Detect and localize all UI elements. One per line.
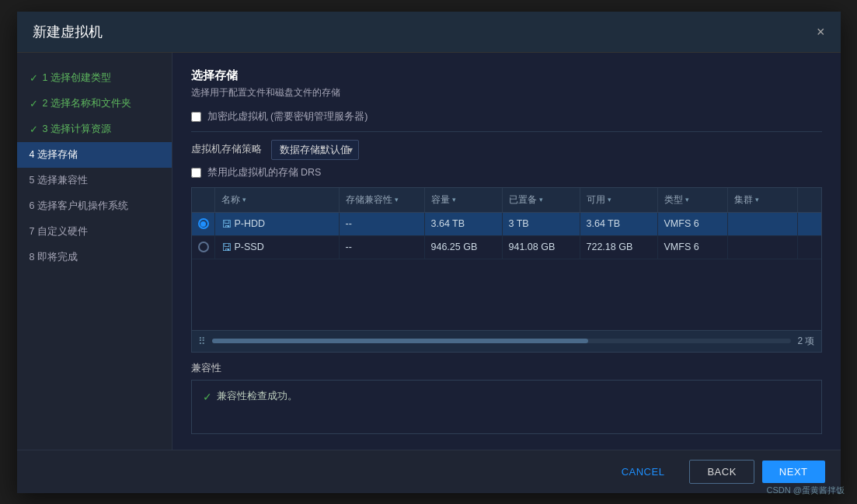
compat-label: 兼容性 — [191, 362, 822, 375]
th-name[interactable]: 名称 ▾ — [215, 188, 340, 212]
encrypt-checkbox[interactable] — [191, 112, 201, 122]
sort-arrow-name: ▾ — [242, 196, 246, 203]
td-radio-2 — [192, 236, 215, 259]
row2-compat: -- — [346, 242, 352, 252]
sidebar-item-step1[interactable]: ✓ 1 选择创建类型 — [17, 65, 172, 91]
row2-name: P-SSD — [235, 242, 264, 252]
sidebar-item-step3[interactable]: ✓ 3 选择计算资源 — [17, 116, 172, 142]
row2-capacity: 946.25 GB — [431, 242, 478, 252]
sidebar-item-step4[interactable]: 4 选择存储 — [17, 142, 172, 168]
td-prov-1: 3 TB — [503, 213, 580, 235]
drs-checkbox[interactable] — [191, 168, 201, 178]
th-cluster[interactable]: 集群 ▾ — [728, 188, 798, 212]
td-name-1: 🖫 P-HDD — [215, 213, 340, 235]
th-type[interactable]: 类型 ▾ — [658, 188, 728, 212]
row1-compat: -- — [346, 218, 352, 229]
row1-capacity: 3.64 TB — [431, 218, 465, 229]
th-radio — [192, 188, 215, 212]
close-button[interactable]: × — [817, 25, 825, 39]
cancel-button[interactable]: CANCEL — [604, 461, 682, 483]
back-button[interactable]: BACK — [689, 460, 754, 484]
dialog-title: 新建虚拟机 — [33, 23, 103, 41]
check-icon-step3: ✓ — [30, 123, 38, 135]
dialog-body: ✓ 1 选择创建类型 ✓ 2 选择名称和文件夹 ✓ 3 选择计算资源 4 选择存… — [17, 53, 841, 450]
check-icon-step2: ✓ — [30, 98, 38, 109]
sidebar-label-step3: 3 选择计算资源 — [43, 123, 111, 136]
table-count: 2 项 — [797, 335, 814, 348]
watermark: CSDN @蛋黄酱拌饭 — [767, 485, 845, 496]
row1-type: VMFS 6 — [664, 218, 699, 229]
divider1 — [191, 131, 822, 132]
next-button[interactable]: NEXT — [762, 461, 825, 483]
sort-arrow-capacity: ▾ — [452, 196, 456, 203]
table-body: 🖫 P-HDD -- 3.64 TB 3 TB — [192, 213, 821, 330]
row2-avail: 722.18 GB — [587, 242, 633, 252]
encrypt-label: 加密此虚拟机 (需要密钥管理服务器) — [207, 110, 368, 123]
td-compat-2: -- — [340, 236, 425, 259]
td-avail-2: 722.18 GB — [580, 236, 658, 259]
sidebar-item-step6[interactable]: 6 选择客户机操作系统 — [17, 193, 172, 219]
section-desc: 选择用于配置文件和磁盘文件的存储 — [191, 86, 822, 99]
compat-box: ✓ 兼容性检查成功。 — [191, 380, 822, 434]
check-icon-step1: ✓ — [30, 72, 38, 84]
policy-label: 虚拟机存储策略 — [191, 143, 262, 156]
table-header: 名称 ▾ 存储兼容性 ▾ 容量 ▾ 已置备 ▾ — [192, 188, 821, 213]
resize-handle-icon[interactable]: ⠿ — [198, 335, 206, 347]
new-vm-dialog: 新建虚拟机 × ✓ 1 选择创建类型 ✓ 2 选择名称和文件夹 ✓ 3 选择计算… — [17, 12, 841, 493]
sidebar-label-step1: 1 选择创建类型 — [43, 71, 111, 85]
row2-type: VMFS 6 — [664, 242, 699, 252]
drs-label: 禁用此虚拟机的存储 DRS — [207, 166, 322, 179]
sidebar-item-step7[interactable]: 7 自定义硬件 — [17, 219, 172, 245]
td-capacity-2: 946.25 GB — [425, 236, 503, 259]
th-provisioned[interactable]: 已置备 ▾ — [503, 188, 580, 212]
sidebar-item-step5[interactable]: 5 选择兼容性 — [17, 168, 172, 193]
radio-selected — [198, 218, 209, 229]
sort-arrow-compat: ▾ — [395, 196, 399, 203]
dialog-footer: CANCEL BACK NEXT — [17, 450, 841, 493]
sort-arrow-prov: ▾ — [539, 196, 543, 203]
td-type-1: VMFS 6 — [658, 213, 728, 235]
drs-row: 禁用此虚拟机的存储 DRS — [191, 166, 822, 179]
table-row[interactable]: 🖫 P-SSD -- 946.25 GB 941.08 GB — [192, 236, 821, 259]
sidebar-label-step2: 2 选择名称和文件夹 — [43, 97, 131, 110]
sort-arrow-type: ▾ — [685, 196, 689, 203]
sidebar-label-step6: 6 选择客户机操作系统 — [30, 200, 128, 213]
th-capacity[interactable]: 容量 ▾ — [425, 188, 503, 212]
th-extra — [798, 188, 821, 212]
dialog-header: 新建虚拟机 × — [17, 12, 841, 53]
policy-row: 虚拟机存储策略 数据存储默认值 — [191, 140, 822, 160]
sidebar-item-step8[interactable]: 8 即将完成 — [17, 245, 172, 270]
td-compat-1: -- — [340, 213, 425, 235]
table-footer: ⠿ 2 项 — [192, 330, 821, 352]
table-row[interactable]: 🖫 P-HDD -- 3.64 TB 3 TB — [192, 213, 821, 236]
disk-icon-2: 🖫 — [221, 242, 232, 253]
td-extra-1 — [798, 213, 821, 235]
row1-avail: 3.64 TB — [587, 218, 621, 229]
td-avail-1: 3.64 TB — [580, 213, 658, 235]
td-type-2: VMFS 6 — [658, 236, 728, 259]
policy-select[interactable]: 数据存储默认值 — [271, 140, 359, 160]
section-title: 选择存储 — [191, 68, 822, 83]
td-radio-1 — [192, 213, 215, 235]
td-extra-2 — [798, 236, 821, 259]
th-available[interactable]: 可用 ▾ — [580, 188, 658, 212]
sidebar-label-step8: 8 即将完成 — [30, 251, 78, 264]
sort-arrow-cluster: ▾ — [755, 196, 759, 203]
policy-select-wrapper: 数据存储默认值 — [271, 140, 359, 160]
td-prov-2: 941.08 GB — [503, 236, 580, 259]
row1-name: P-HDD — [235, 218, 266, 229]
sidebar: ✓ 1 选择创建类型 ✓ 2 选择名称和文件夹 ✓ 3 选择计算资源 4 选择存… — [17, 53, 172, 450]
scrollbar[interactable] — [212, 339, 792, 343]
storage-table: 名称 ▾ 存储兼容性 ▾ 容量 ▾ 已置备 ▾ — [191, 187, 822, 353]
td-name-2: 🖫 P-SSD — [215, 236, 340, 259]
encrypt-row: 加密此虚拟机 (需要密钥管理服务器) — [191, 110, 822, 123]
sort-arrow-avail: ▾ — [608, 196, 611, 203]
sidebar-item-step2[interactable]: ✓ 2 选择名称和文件夹 — [17, 91, 172, 116]
scrollbar-thumb — [212, 339, 589, 343]
main-content: 选择存储 选择用于配置文件和磁盘文件的存储 加密此虚拟机 (需要密钥管理服务器)… — [172, 53, 841, 450]
td-capacity-1: 3.64 TB — [425, 213, 503, 235]
td-cluster-1 — [728, 213, 798, 235]
compat-section: 兼容性 ✓ 兼容性检查成功。 — [191, 362, 822, 434]
th-compat[interactable]: 存储兼容性 ▾ — [340, 188, 425, 212]
disk-icon-1: 🖫 — [221, 218, 232, 230]
